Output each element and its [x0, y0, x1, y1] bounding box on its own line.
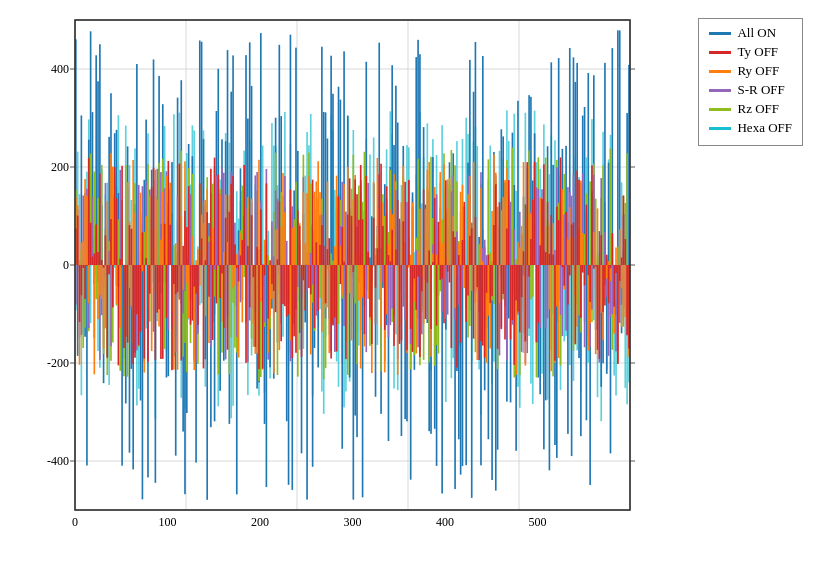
legend-label-ry-off: Ry OFF — [737, 63, 779, 79]
legend-item-rz-off: Rz OFF — [709, 101, 792, 117]
legend-item-hexa-off: Hexa OFF — [709, 120, 792, 136]
legend-label-rz-off: Rz OFF — [737, 101, 779, 117]
legend-color-all-on — [709, 32, 731, 35]
legend-label-ty-off: Ty OFF — [737, 44, 778, 60]
legend-item-ty-off: Ty OFF — [709, 44, 792, 60]
chart-legend: All ON Ty OFF Ry OFF S-R OFF Rz OFF Hexa… — [698, 18, 803, 146]
legend-color-ty-off — [709, 51, 731, 54]
legend-color-ry-off — [709, 70, 731, 73]
legend-color-rz-off — [709, 108, 731, 111]
legend-item-ry-off: Ry OFF — [709, 63, 792, 79]
legend-item-sr-off: S-R OFF — [709, 82, 792, 98]
legend-label-hexa-off: Hexa OFF — [737, 120, 792, 136]
chart-container: All ON Ty OFF Ry OFF S-R OFF Rz OFF Hexa… — [0, 0, 821, 584]
legend-item-all-on: All ON — [709, 25, 792, 41]
legend-color-sr-off — [709, 89, 731, 92]
legend-label-sr-off: S-R OFF — [737, 82, 784, 98]
legend-label-all-on: All ON — [737, 25, 776, 41]
legend-color-hexa-off — [709, 127, 731, 130]
